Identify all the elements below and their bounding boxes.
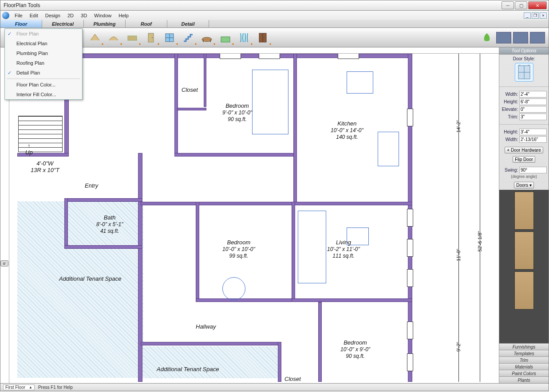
- menu-floor-plan[interactable]: ✓Floor Plan: [5, 29, 82, 39]
- doors-dropdown-button[interactable]: Doors ▾: [514, 182, 533, 188]
- trim-input[interactable]: [519, 114, 547, 120]
- menu-file[interactable]: File: [11, 12, 26, 19]
- accordion-paint-colors[interactable]: Paint Colors: [499, 370, 549, 376]
- curve-wall-tool-icon[interactable]: ▾: [106, 30, 121, 45]
- height-label: Height:: [501, 99, 518, 104]
- accordion-plants[interactable]: Plants: [499, 376, 549, 383]
- wall: [278, 342, 281, 382]
- door-thumb[interactable]: [514, 231, 534, 270]
- accordion-furnishings[interactable]: Furnishings: [499, 343, 549, 350]
- floor-selector[interactable]: First Floor▲: [3, 384, 35, 390]
- menu-window[interactable]: Window: [91, 12, 115, 19]
- wall: [64, 198, 142, 202]
- menu-design[interactable]: Design: [42, 12, 64, 19]
- wall: [204, 54, 206, 107]
- menu-help[interactable]: Help: [115, 12, 132, 19]
- stairs-tool-icon[interactable]: ▾: [181, 30, 196, 45]
- closet-label: Closet: [182, 86, 198, 93]
- mdi-close-button[interactable]: ×: [540, 12, 547, 19]
- app-orb-icon[interactable]: [2, 12, 9, 19]
- tool-options-panel: Tool Options Door Style: Width: Height: …: [499, 47, 549, 383]
- swing-input[interactable]: [519, 167, 547, 173]
- stairs: [18, 116, 63, 152]
- wall: [174, 54, 178, 157]
- view-thumb-1[interactable]: [496, 32, 511, 43]
- close-button[interactable]: ✕: [528, 1, 547, 9]
- door-tool-icon[interactable]: ▾: [143, 30, 158, 45]
- eco-icon[interactable]: [479, 30, 494, 45]
- deck-tool-icon[interactable]: ▾: [199, 30, 214, 45]
- bedroom2-label: Bedroom10'-0" x 10'-0"99 sq.ft.: [222, 239, 255, 259]
- view-thumb-2[interactable]: [513, 32, 528, 43]
- wall: [174, 153, 297, 157]
- door-style-preview[interactable]: [515, 63, 533, 82]
- door-thumb[interactable]: [514, 192, 534, 230]
- floor-tool-icon[interactable]: ▾: [125, 30, 140, 45]
- elevate-input[interactable]: [519, 106, 547, 113]
- tenant2-label: Additional Tenant Space: [157, 366, 219, 372]
- menu-detail-plan[interactable]: ✓Detail Plan: [5, 68, 82, 78]
- wall: [292, 298, 412, 302]
- canvas[interactable]: ↑Up 4'-0"W13R x 10"T Closet Bedroom9'-0"…: [9, 47, 499, 383]
- window: [407, 109, 413, 126]
- wall-tool-icon[interactable]: ▾: [87, 30, 103, 45]
- menu-electrical-plan[interactable]: Electrical Plan: [5, 39, 82, 48]
- dim-line: [480, 54, 480, 382]
- cabinet-tool-icon[interactable]: ▾: [255, 30, 270, 45]
- door-style-label: Door Style:: [501, 56, 547, 61]
- minimize-button[interactable]: ─: [502, 1, 514, 9]
- flip-door-button[interactable]: Flip Door: [513, 156, 535, 163]
- wall: [141, 202, 412, 205]
- menu-floor-plan-color[interactable]: Floor Plan Color...: [5, 80, 82, 90]
- door-hardware-button[interactable]: + Door Hardware: [505, 147, 543, 153]
- tenant1-label: Additional Tenant Space: [59, 275, 121, 282]
- maximize-button[interactable]: ▢: [515, 1, 527, 9]
- sofa: [298, 211, 326, 283]
- tab-electrical[interactable]: Electrical: [42, 20, 84, 27]
- mdi-restore-button[interactable]: ❐: [532, 12, 539, 19]
- curtain-tool-icon[interactable]: ▾: [237, 30, 252, 45]
- height-input[interactable]: [519, 98, 547, 105]
- mdi-minimize-button[interactable]: _: [524, 12, 531, 19]
- outdoor-tool-icon[interactable]: ▾: [218, 30, 233, 45]
- menu-plumbing-plan[interactable]: Plumbing Plan: [5, 48, 82, 58]
- svg-rect-9: [221, 37, 230, 42]
- accordion-trim[interactable]: Trim: [499, 357, 549, 363]
- menu-2d[interactable]: 2D: [64, 12, 77, 19]
- elevate-label: Elevate:: [501, 107, 518, 112]
- accordion-templates[interactable]: Templates: [499, 350, 549, 357]
- accordion-materials[interactable]: Materials: [499, 363, 549, 370]
- stairs-label: ↑Up: [25, 142, 33, 156]
- check-icon: ✓: [8, 31, 12, 37]
- tab-detail[interactable]: Detail: [167, 20, 209, 27]
- menu-3d[interactable]: 3D: [77, 12, 91, 19]
- ruler-handle[interactable]: 0': [0, 260, 8, 267]
- menubar: File Edit Design 2D 3D Window Help _ ❐ ×: [0, 11, 549, 20]
- menu-roofing-plan[interactable]: Roofing Plan: [5, 58, 82, 68]
- height2-input[interactable]: [519, 129, 547, 135]
- width-input[interactable]: [519, 91, 547, 98]
- dim-text: 11'-0": [456, 249, 461, 261]
- window-title: FloorPlan Tools: [2, 2, 501, 8]
- tab-plumbing[interactable]: Plumbing: [84, 20, 126, 27]
- view-thumb-3[interactable]: [530, 32, 545, 43]
- menu-interior-fill-color[interactable]: Interior Fill Color...: [5, 90, 82, 99]
- tab-roof[interactable]: Roof: [126, 20, 167, 27]
- bed: [252, 70, 288, 134]
- window: [338, 53, 359, 59]
- bath-label: Bath8'-0" x 5'-1"41 sq.ft.: [96, 214, 123, 234]
- desk: [347, 71, 373, 94]
- tenant-space-2: [143, 346, 281, 378]
- tab-floor[interactable]: Floor: [0, 20, 42, 27]
- door-library[interactable]: [499, 190, 549, 343]
- kitchen-label: Kitchen10'-0" x 14'-0"140 sq.ft.: [331, 120, 363, 140]
- check-icon: ✓: [8, 70, 12, 76]
- horizontal-ruler[interactable]: [9, 47, 499, 54]
- wall: [141, 342, 281, 345]
- width2-input[interactable]: [519, 136, 547, 143]
- wall: [292, 202, 295, 302]
- menu-edit[interactable]: Edit: [26, 12, 42, 19]
- window-tool-icon[interactable]: ▾: [162, 30, 177, 45]
- door-thumb[interactable]: [514, 271, 534, 310]
- swing-note: (degree angle): [501, 174, 547, 179]
